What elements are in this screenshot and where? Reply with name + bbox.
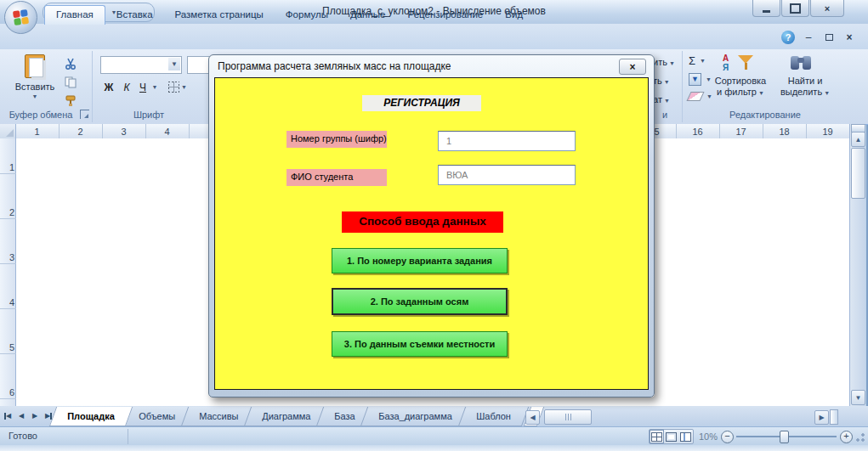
autosum-button[interactable]: Σ▼ bbox=[689, 54, 706, 67]
column-header-18[interactable]: 18 bbox=[763, 124, 807, 138]
copy-icon[interactable] bbox=[61, 75, 80, 90]
cut-icon[interactable] bbox=[61, 56, 80, 71]
status-separator bbox=[128, 429, 128, 444]
sheet-tab-row: ◀ ◀ ▶ ▶ Площадка Объемы Массивы Диаграмм… bbox=[0, 406, 868, 426]
tab-vid[interactable]: Вид bbox=[494, 5, 534, 25]
column-header-1[interactable]: 1 bbox=[15, 124, 60, 138]
close-button[interactable]: × bbox=[810, 0, 844, 17]
find-select-button[interactable]: Найти и выделить▼ bbox=[777, 54, 833, 99]
userform-dialog: Программа расчета земляных масс на площа… bbox=[208, 54, 655, 397]
office-button[interactable] bbox=[4, 1, 37, 34]
scroll-down-icon[interactable]: ▼ bbox=[851, 390, 865, 405]
page-break-view-icon[interactable] bbox=[678, 430, 693, 443]
sort-filter-button[interactable]: АЯ Сортировка и фильтр▼ bbox=[712, 54, 769, 99]
zoom-slider-thumb[interactable] bbox=[780, 431, 789, 443]
clipboard-dialog-launcher-icon[interactable] bbox=[80, 110, 89, 119]
horizontal-split-handle[interactable] bbox=[830, 409, 838, 425]
next-sheet-icon[interactable]: ▶ bbox=[29, 409, 41, 422]
student-name-input[interactable] bbox=[438, 165, 576, 185]
sheet-tab-ploshchadka[interactable]: Площадка bbox=[49, 407, 133, 426]
column-header-16[interactable]: 16 bbox=[676, 124, 720, 138]
format-painter-icon[interactable] bbox=[61, 93, 80, 109]
hscroll-left-icon[interactable]: ◀ bbox=[525, 410, 540, 425]
prev-sheet-icon[interactable]: ◀ bbox=[15, 409, 27, 422]
zoom-in-icon[interactable]: + bbox=[840, 431, 853, 443]
group-number-input[interactable] bbox=[438, 131, 576, 151]
input-by-variant-button[interactable]: 1. По номеру варианта задания bbox=[332, 248, 508, 273]
minimize-button[interactable] bbox=[752, 0, 780, 17]
tab-dannye[interactable]: Данные bbox=[339, 5, 397, 25]
row-header-2[interactable]: 2 bbox=[0, 172, 16, 219]
input-by-axes-button[interactable]: 2. По заданным осям bbox=[332, 288, 508, 315]
workbook-close-icon[interactable]: × bbox=[842, 31, 856, 43]
paste-button[interactable]: Вставить ▼ bbox=[14, 54, 56, 99]
row-header-6[interactable]: 6 bbox=[0, 352, 16, 399]
first-sheet-icon[interactable]: ◀ bbox=[2, 409, 14, 422]
column-header-3[interactable]: 3 bbox=[102, 124, 146, 138]
format-button-partial[interactable]: ат▼ bbox=[653, 94, 670, 104]
row-header-3[interactable]: 3 bbox=[0, 217, 16, 264]
sheet-tab-shablon[interactable]: Шаблон bbox=[458, 407, 529, 426]
zoom-out-icon[interactable]: − bbox=[721, 431, 734, 443]
restore-icon bbox=[790, 3, 801, 14]
excel-window: Площадка_с_уклоном2 - Вычисление объемов… bbox=[0, 0, 868, 451]
row-header-1[interactable]: 1 bbox=[0, 138, 16, 174]
bold-button[interactable]: Ж bbox=[102, 79, 116, 95]
row-header-5[interactable]: 5 bbox=[0, 307, 16, 354]
zoom-level[interactable]: 10% bbox=[699, 431, 718, 442]
sheet-tab-baza-diagramma[interactable]: База_диаграмма bbox=[360, 407, 470, 426]
tab-formuly[interactable]: Формулы bbox=[275, 5, 339, 25]
fill-button[interactable]: ▼▼ bbox=[689, 73, 712, 86]
editing-group-label: Редактирование bbox=[682, 110, 848, 120]
column-header-19[interactable]: 19 bbox=[806, 124, 850, 138]
font-name-combo[interactable]: ▼ bbox=[100, 56, 182, 74]
office-logo-icon bbox=[13, 9, 29, 25]
input-by-survey-button[interactable]: 3. По данным съемки местности bbox=[332, 331, 508, 357]
row-header-4[interactable]: 4 bbox=[0, 262, 16, 309]
column-header-17[interactable]: 17 bbox=[719, 124, 763, 138]
restore-button[interactable] bbox=[781, 0, 809, 17]
horizontal-scroll-thumb[interactable] bbox=[544, 409, 592, 425]
borders-icon bbox=[168, 82, 179, 93]
window-bottom-edge bbox=[0, 445, 868, 451]
underline-dropdown-icon[interactable]: ▼ bbox=[150, 79, 158, 95]
eraser-icon bbox=[686, 92, 704, 101]
tab-razmetka[interactable]: Разметка страницы bbox=[164, 5, 275, 25]
workbook-minimize-icon[interactable]: – bbox=[802, 31, 815, 43]
window-controls: × bbox=[752, 0, 844, 17]
student-name-label: ФИО студента bbox=[286, 169, 387, 186]
page-layout-view-icon[interactable] bbox=[664, 430, 678, 443]
vertical-scrollbar[interactable]: ▲ ▼ bbox=[849, 124, 865, 406]
insert-button-partial[interactable]: ить▼ bbox=[653, 57, 675, 67]
resize-grip[interactable] bbox=[855, 432, 865, 443]
workbook-restore-icon[interactable] bbox=[822, 31, 836, 43]
delete-button-partial[interactable]: ть▼ bbox=[653, 76, 670, 86]
column-header-2[interactable]: 2 bbox=[59, 124, 103, 138]
clear-button[interactable]: ▼ bbox=[689, 92, 712, 101]
editing-group: Σ▼ ▼▼ ▼ АЯ Сортировка и фильтр▼ Найти и … bbox=[682, 51, 848, 122]
registration-header: РЕГИСТРАЦИЯ bbox=[362, 95, 481, 111]
sort-filter-icon: АЯ bbox=[712, 54, 769, 74]
userform-close-button[interactable]: × bbox=[619, 59, 646, 75]
ribbon-tab-strip bbox=[0, 24, 868, 49]
fill-icon: ▼ bbox=[689, 73, 701, 86]
font-size-combo[interactable] bbox=[187, 56, 211, 74]
userform-client-area: РЕГИСТРАЦИЯ Номер группы (шифр) ФИО студ… bbox=[214, 77, 649, 390]
hscroll-right-icon[interactable]: ▶ bbox=[814, 410, 829, 425]
scroll-up-icon[interactable]: ▲ bbox=[851, 132, 865, 147]
tab-vstavka[interactable]: Вставка bbox=[105, 5, 164, 25]
select-all-corner[interactable] bbox=[0, 124, 16, 139]
workbook-controls: ? – × bbox=[781, 31, 856, 44]
italic-button[interactable]: К bbox=[121, 79, 133, 95]
column-header-4[interactable]: 4 bbox=[145, 124, 190, 138]
help-icon[interactable]: ? bbox=[781, 31, 795, 44]
tab-glavnaya[interactable]: Главная bbox=[44, 5, 105, 25]
borders-button[interactable]: ▼ bbox=[165, 79, 190, 95]
sheet-tab-diagramma[interactable]: Диаграмма bbox=[244, 407, 329, 426]
ribbon-tabs: Главная Вставка Разметка страницы Формул… bbox=[44, 5, 534, 25]
normal-view-icon[interactable] bbox=[650, 430, 664, 443]
vertical-scroll-thumb[interactable] bbox=[851, 148, 865, 199]
underline-button[interactable]: Ч bbox=[136, 79, 150, 95]
tab-recenzirovanie[interactable]: Рецензирование bbox=[396, 5, 494, 25]
userform-title: Программа расчета земляных масс на площа… bbox=[218, 60, 451, 72]
